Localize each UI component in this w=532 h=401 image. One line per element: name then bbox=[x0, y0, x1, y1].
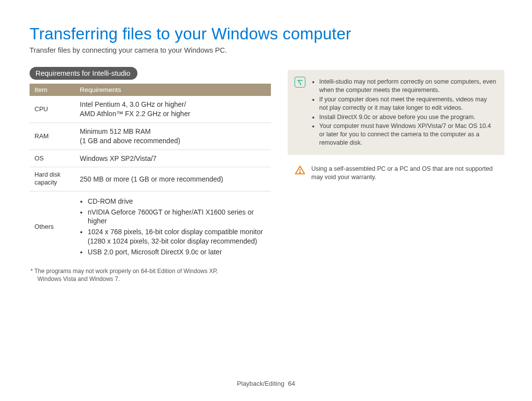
svg-point-1 bbox=[299, 172, 300, 173]
footer-section: Playback/Editing bbox=[237, 380, 284, 387]
note-box: Intelli-studio may not perform correctly… bbox=[288, 70, 504, 155]
note-icon bbox=[295, 77, 305, 88]
page-footer: Playback/Editing 64 bbox=[0, 380, 532, 387]
list-item: USB 2.0 port, Microsoft DirectX 9.0c or … bbox=[88, 247, 266, 257]
cell-value: Minimum 512 MB RAM (1 GB and above recom… bbox=[75, 123, 271, 150]
th-req: Requirements bbox=[75, 84, 271, 96]
list-item: Install DirectX 9.0c or above before you… bbox=[319, 113, 497, 122]
cell-label: OS bbox=[30, 150, 75, 167]
list-item: nVIDIA Geforce 7600GT or higher/ATI X160… bbox=[88, 208, 266, 226]
intro-text: Transfer files by connecting your camera… bbox=[30, 46, 504, 54]
th-item: Item bbox=[30, 84, 75, 96]
cell-value: CD-ROM drive nVIDIA Geforce 7600GT or hi… bbox=[75, 191, 271, 262]
table-row: Hard disk capacity 250 MB or more (1 GB … bbox=[30, 167, 271, 191]
list-item: If your computer does not meet the requi… bbox=[319, 95, 497, 112]
note-list: Intelli-studio may not perform correctly… bbox=[311, 77, 497, 148]
list-item: CD-ROM drive bbox=[88, 197, 266, 206]
cell-label: Hard disk capacity bbox=[30, 167, 75, 191]
cell-value: Windows XP SP2/Vista/7 bbox=[75, 150, 271, 167]
table-row: CPU Intel Pentium 4, 3.0 GHz or higher/ … bbox=[30, 96, 271, 123]
right-column: Intelli-studio may not perform correctly… bbox=[288, 67, 504, 182]
footer-page: 64 bbox=[288, 380, 295, 387]
cell-label: RAM bbox=[30, 123, 75, 150]
footnote-line2: Windows Vista and Windows 7. bbox=[31, 275, 271, 283]
page-title: Transferring files to your Windows compu… bbox=[30, 25, 504, 43]
list-item: 1024 x 768 pixels, 16-bit color display … bbox=[88, 227, 266, 246]
cell-label: CPU bbox=[30, 96, 75, 123]
left-column: Requirements for Intelli-studio Item Req… bbox=[30, 67, 271, 283]
footnote: * The programs may not work properly on … bbox=[30, 267, 271, 283]
requirements-table: Item Requirements CPU Intel Pentium 4, 3… bbox=[30, 84, 271, 262]
cell-value: 250 MB or more (1 GB or more recommended… bbox=[75, 167, 271, 191]
footnote-line1: * The programs may not work properly on … bbox=[31, 268, 218, 275]
table-row: OS Windows XP SP2/Vista/7 bbox=[30, 150, 271, 167]
others-list: CD-ROM drive nVIDIA Geforce 7600GT or hi… bbox=[80, 197, 266, 257]
list-item: Intelli-studio may not perform correctly… bbox=[319, 78, 497, 94]
warning-line: Using a self-assembled PC or a PC and OS… bbox=[288, 165, 504, 182]
list-item: Your computer must have Windows XP/Vista… bbox=[319, 122, 497, 147]
cell-value: Intel Pentium 4, 3.0 GHz or higher/ AMD … bbox=[75, 96, 271, 123]
warning-icon bbox=[295, 165, 305, 182]
cell-label: Others bbox=[30, 191, 75, 262]
table-row: Others CD-ROM drive nVIDIA Geforce 7600G… bbox=[30, 191, 271, 262]
table-row: RAM Minimum 512 MB RAM (1 GB and above r… bbox=[30, 123, 271, 150]
section-heading: Requirements for Intelli-studio bbox=[30, 67, 137, 80]
warning-text: Using a self-assembled PC or a PC and OS… bbox=[311, 165, 497, 182]
